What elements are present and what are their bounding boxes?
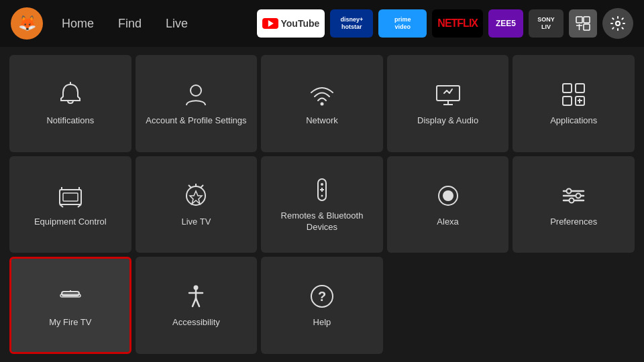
grid-item-preferences[interactable]: Preferences	[513, 156, 635, 253]
svg-line-27	[201, 185, 203, 188]
youtube-play-icon	[262, 18, 278, 29]
display-label: Display & Audio	[417, 115, 478, 127]
livetv-label: Live TV	[181, 217, 211, 228]
svg-point-40	[570, 198, 574, 202]
svg-rect-19	[63, 193, 78, 201]
account-label: Account & Profile Settings	[146, 115, 246, 127]
svg-point-38	[567, 188, 572, 193]
svg-point-32	[321, 195, 323, 197]
sony-label: SONYLIV	[537, 16, 555, 31]
nav-live[interactable]: Live	[160, 14, 193, 34]
svg-rect-14	[563, 97, 572, 105]
disney-label: disney+hotstar	[340, 16, 363, 31]
nav-find[interactable]: Find	[113, 14, 147, 34]
equipment-icon	[56, 182, 85, 210]
grid-item-network[interactable]: Network	[261, 55, 383, 152]
settings-icon	[610, 15, 626, 32]
applications-icon	[559, 80, 588, 109]
netflix-label: NETFLIX	[437, 17, 478, 29]
svg-point-34	[443, 190, 453, 201]
svg-rect-9	[437, 86, 460, 101]
svg-rect-2	[584, 24, 590, 30]
app-shell: 🦊 Home Find Live YouTube disney+hotstar …	[0, 0, 644, 362]
myfiretv-label: My Fire TV	[49, 317, 91, 328]
display-icon	[434, 80, 462, 109]
svg-rect-0	[576, 17, 582, 23]
accessibility-icon	[182, 282, 210, 310]
logo: 🦊	[11, 7, 43, 40]
notifications-label: Notifications	[46, 115, 94, 127]
grid-item-alexa[interactable]: Alexa	[387, 156, 509, 253]
network-icon	[308, 80, 336, 109]
remotes-label: Remotes & Bluetooth Devices	[268, 210, 376, 233]
svg-text:?: ?	[318, 289, 326, 304]
svg-rect-1	[584, 17, 590, 23]
grid-item-remotes[interactable]: Remotes & Bluetooth Devices	[261, 156, 383, 253]
grid-item-livetv[interactable]: Live TV	[136, 156, 258, 253]
zee5-label: ZEE5	[496, 19, 516, 28]
svg-line-26	[189, 185, 191, 188]
svg-rect-13	[576, 84, 584, 93]
app-netflix[interactable]: NETFLIX	[432, 9, 483, 38]
preferences-icon	[559, 182, 588, 210]
app-zee5[interactable]: ZEE5	[488, 9, 523, 38]
header: 🦊 Home Find Live YouTube disney+hotstar …	[0, 0, 644, 47]
app-sony[interactable]: SONYLIV	[529, 9, 564, 38]
grid-item-display[interactable]: Display & Audio	[387, 55, 509, 152]
grid-icon	[576, 16, 590, 31]
grid-item-applications[interactable]: Applications	[513, 55, 635, 152]
preferences-label: Preferences	[550, 217, 597, 228]
svg-line-50	[196, 298, 199, 306]
svg-point-5	[616, 21, 620, 25]
account-icon	[182, 80, 210, 109]
applications-label: Applications	[550, 115, 597, 127]
grid-item-myfiretv[interactable]: My Fire TV	[9, 257, 131, 354]
grid-item-accessibility[interactable]: Accessibility	[136, 257, 258, 354]
network-label: Network	[306, 115, 338, 127]
myfiretv-icon	[56, 282, 85, 310]
remotes-icon	[308, 176, 336, 204]
nav: Home Find Live	[56, 14, 193, 34]
settings-button[interactable]	[602, 8, 633, 39]
grid-item-help[interactable]: ? Help	[261, 257, 383, 354]
help-icon: ?	[308, 282, 336, 310]
svg-rect-41	[62, 292, 79, 296]
app-youtube[interactable]: YouTube	[257, 9, 325, 38]
app-grid[interactable]	[569, 9, 597, 38]
svg-rect-12	[563, 84, 572, 93]
notifications-icon	[56, 80, 85, 109]
alexa-label: Alexa	[437, 217, 459, 228]
svg-point-29	[321, 183, 323, 186]
app-disney[interactable]: disney+hotstar	[330, 9, 373, 38]
grid-item-notifications[interactable]: Notifications	[9, 55, 131, 152]
nav-home[interactable]: Home	[56, 14, 99, 34]
grid-item-equipment[interactable]: Equipment Control	[9, 156, 131, 253]
grid-item-account[interactable]: Account & Profile Settings	[136, 55, 258, 152]
app-prime[interactable]: primevideo	[378, 9, 427, 38]
accessibility-label: Accessibility	[172, 317, 220, 328]
help-label: Help	[313, 317, 331, 328]
alexa-icon	[434, 182, 462, 210]
settings-grid: Notifications Account & Profile Settings	[0, 47, 644, 362]
equipment-label: Equipment Control	[34, 217, 107, 228]
svg-point-8	[320, 102, 323, 105]
app-shortcuts: YouTube disney+hotstar primevideo NETFLI…	[257, 8, 633, 39]
livetv-icon	[182, 182, 210, 210]
youtube-label: YouTube	[281, 18, 320, 29]
svg-point-7	[191, 85, 201, 96]
svg-line-49	[193, 298, 196, 306]
svg-point-39	[576, 193, 581, 198]
prime-label: primevideo	[394, 16, 411, 31]
